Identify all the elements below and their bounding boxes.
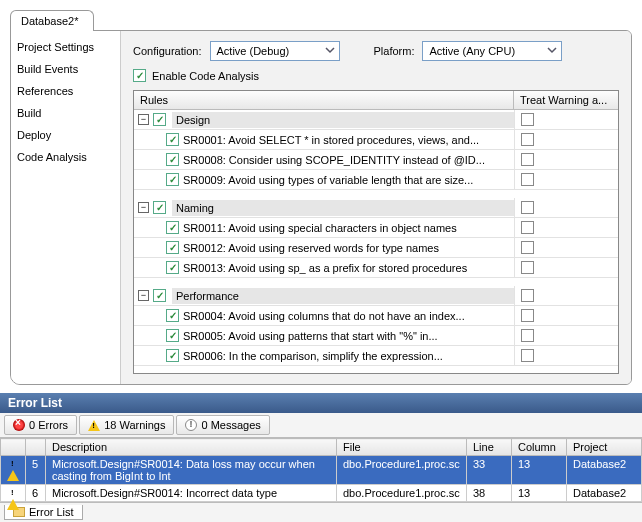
error-list-panel: Error List 0 Errors 18 Warnings 0 Messag… [0, 393, 642, 522]
treat-warning-checkbox[interactable] [521, 133, 534, 146]
error-num: 5 [26, 456, 46, 485]
error-project: Database2 [567, 485, 642, 502]
rule-checkbox[interactable] [166, 221, 179, 234]
rule-checkbox[interactable] [166, 133, 179, 146]
sidebar-item-project-settings[interactable]: Project Settings [17, 41, 114, 53]
group-checkbox[interactable] [153, 113, 166, 126]
group-label: Performance [172, 288, 514, 304]
errors-count-label: 0 Errors [29, 419, 68, 431]
group-checkbox[interactable] [153, 201, 166, 214]
rule-label: SR0009: Avoid using types of variable le… [183, 174, 473, 186]
rules-grid: Rules Treat Warning a... −DesignSR0001: … [133, 90, 619, 374]
rule-checkbox[interactable] [166, 309, 179, 322]
error-description: Microsoft.Design#SR0014: Data loss may o… [46, 456, 337, 485]
rules-column-header[interactable]: Rules [134, 91, 514, 109]
warning-icon [7, 458, 19, 481]
error-column: 13 [512, 485, 567, 502]
error-list-tab-label: Error List [29, 506, 74, 518]
rule-checkbox[interactable] [166, 173, 179, 186]
rule-label: SR0012: Avoid using reserved words for t… [183, 242, 439, 254]
chevron-down-icon [323, 45, 337, 57]
treat-warning-checkbox[interactable] [521, 329, 534, 342]
error-project: Database2 [567, 456, 642, 485]
error-line: 33 [467, 456, 512, 485]
treat-warning-checkbox[interactable] [521, 261, 534, 274]
sidebar-item-references[interactable]: References [17, 85, 114, 97]
rule-checkbox[interactable] [166, 349, 179, 362]
group-label: Naming [172, 200, 514, 216]
treat-warning-checkbox[interactable] [521, 241, 534, 254]
error-list-title: Error List [0, 393, 642, 413]
configuration-value: Active (Debug) [217, 45, 290, 57]
collapse-toggle[interactable]: − [138, 114, 149, 125]
errors-filter-button[interactable]: 0 Errors [4, 415, 77, 435]
document-tab[interactable]: Database2* [10, 10, 94, 31]
enable-code-analysis-checkbox[interactable] [133, 69, 146, 82]
rule-label: SR0004: Avoid using columns that do not … [183, 310, 465, 322]
treat-warning-column-header[interactable]: Treat Warning a... [514, 91, 618, 109]
treat-warning-checkbox[interactable] [521, 173, 534, 186]
message-icon [185, 419, 197, 431]
rule-label: SR0005: Avoid using patterns that start … [183, 330, 438, 342]
error-row[interactable]: 6Microsoft.Design#SR0014: Incorrect data… [1, 485, 642, 502]
error-col-column[interactable]: Column [512, 439, 567, 456]
error-description: Microsoft.Design#SR0014: Incorrect data … [46, 485, 337, 502]
collapse-toggle[interactable]: − [138, 202, 149, 213]
sidebar-item-code-analysis[interactable]: Code Analysis [17, 151, 114, 163]
group-label: Design [172, 112, 514, 128]
collapse-toggle[interactable]: − [138, 290, 149, 301]
sidebar-item-deploy[interactable]: Deploy [17, 129, 114, 141]
sidebar-item-build-events[interactable]: Build Events [17, 63, 114, 75]
rule-label: SR0001: Avoid SELECT * in stored procedu… [183, 134, 479, 146]
rule-label: SR0011: Avoid using special characters i… [183, 222, 457, 234]
error-table: Description File Line Column Project 5Mi… [0, 438, 642, 502]
error-col-num[interactable] [26, 439, 46, 456]
messages-count-label: 0 Messages [201, 419, 260, 431]
error-icon [13, 419, 25, 431]
treat-warning-checkbox[interactable] [521, 153, 534, 166]
configuration-label: Configuration: [133, 45, 202, 57]
error-num: 6 [26, 485, 46, 502]
error-col-icon[interactable] [1, 439, 26, 456]
rule-checkbox[interactable] [166, 329, 179, 342]
sidebar-item-build[interactable]: Build [17, 107, 114, 119]
treat-warning-checkbox[interactable] [521, 289, 534, 302]
rule-label: SR0013: Avoid using sp_ as a prefix for … [183, 262, 467, 274]
treat-warning-checkbox[interactable] [521, 113, 534, 126]
chevron-down-icon [545, 45, 559, 57]
treat-warning-checkbox[interactable] [521, 221, 534, 234]
rule-checkbox[interactable] [166, 153, 179, 166]
error-col-project[interactable]: Project [567, 439, 642, 456]
group-checkbox[interactable] [153, 289, 166, 302]
messages-filter-button[interactable]: 0 Messages [176, 415, 269, 435]
treat-warning-checkbox[interactable] [521, 349, 534, 362]
error-col-file[interactable]: File [337, 439, 467, 456]
warning-icon [88, 420, 100, 431]
configuration-dropdown[interactable]: Active (Debug) [210, 41, 340, 61]
error-file: dbo.Procedure1.proc.sc [337, 456, 467, 485]
rule-label: SR0008: Consider using SCOPE_IDENTITY in… [183, 154, 485, 166]
rule-checkbox[interactable] [166, 261, 179, 274]
platform-label: Plaform: [374, 45, 415, 57]
sidebar: Project Settings Build Events References… [11, 31, 121, 384]
warning-icon [7, 487, 19, 510]
rule-checkbox[interactable] [166, 241, 179, 254]
main-panel: Configuration: Active (Debug) Plaform: A… [121, 31, 631, 384]
error-file: dbo.Procedure1.proc.sc [337, 485, 467, 502]
error-col-line[interactable]: Line [467, 439, 512, 456]
error-column: 13 [512, 456, 567, 485]
treat-warning-checkbox[interactable] [521, 201, 534, 214]
rule-label: SR0006: In the comparison, simplify the … [183, 350, 443, 362]
error-line: 38 [467, 485, 512, 502]
warnings-filter-button[interactable]: 18 Warnings [79, 415, 174, 435]
error-row[interactable]: 5Microsoft.Design#SR0014: Data loss may … [1, 456, 642, 485]
warnings-count-label: 18 Warnings [104, 419, 165, 431]
platform-dropdown[interactable]: Active (Any CPU) [422, 41, 562, 61]
enable-code-analysis-label: Enable Code Analysis [152, 70, 259, 82]
error-col-description[interactable]: Description [46, 439, 337, 456]
platform-value: Active (Any CPU) [429, 45, 515, 57]
treat-warning-checkbox[interactable] [521, 309, 534, 322]
